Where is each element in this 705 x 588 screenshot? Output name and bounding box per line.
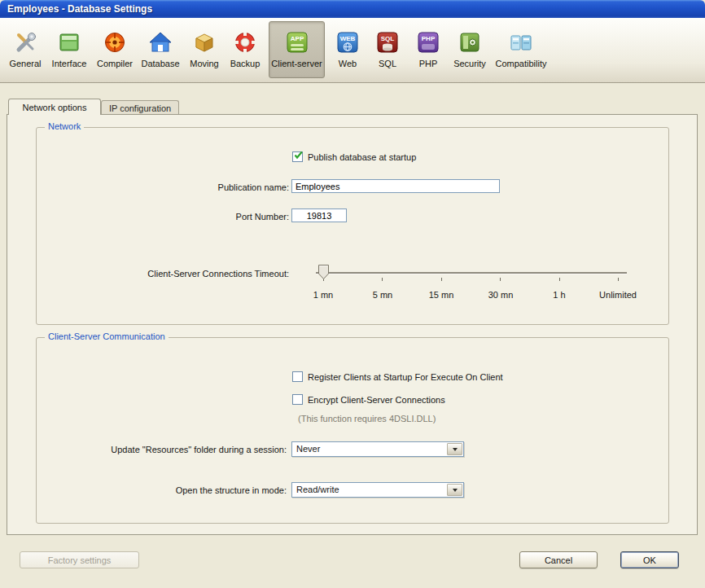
sql-badge-text: SQL xyxy=(381,35,395,42)
client-server-icon: APP xyxy=(284,29,310,55)
structure-mode-label: Open the structure in mode: xyxy=(49,485,287,495)
compiler-icon xyxy=(102,29,128,55)
dropdown-button[interactable] xyxy=(447,484,462,496)
toolbar-item-web[interactable]: WEB SQL Web xyxy=(334,21,361,78)
toolbar-item-label: SQL xyxy=(379,59,396,68)
slider-tick xyxy=(559,278,560,281)
toolbar-item-label: Compiler xyxy=(97,59,133,68)
interface-icon xyxy=(56,29,82,55)
tab-label: IP configuration xyxy=(109,103,171,113)
toolbar-item-label: Database xyxy=(141,59,179,68)
communication-group-legend: Client-Server Communication xyxy=(45,331,169,341)
cancel-label: Cancel xyxy=(545,555,572,565)
publish-database-label: Publish database at startup xyxy=(308,152,416,162)
toolbar-item-label: Client-server xyxy=(271,59,322,68)
port-number-input[interactable] xyxy=(291,208,347,222)
encrypt-connections-label: Encrypt Client-Server Connections xyxy=(308,395,445,405)
toolbar-item-label: Web xyxy=(339,59,357,68)
toolbar-item-general[interactable]: General xyxy=(7,21,44,78)
cancel-button[interactable]: Cancel xyxy=(519,551,598,568)
toolbar-item-label: Backup xyxy=(230,59,261,68)
publish-database-checkbox[interactable] xyxy=(292,151,303,162)
tab-ip-configuration[interactable]: IP configuration xyxy=(101,100,179,115)
sql-icon: SQL xyxy=(374,29,401,55)
encrypt-note: (This function requires 4DSLI.DLL) xyxy=(298,414,436,423)
security-icon xyxy=(457,29,483,55)
publication-name-label: Publication name: xyxy=(122,182,289,192)
factory-settings-button[interactable]: Factory settings xyxy=(20,551,139,568)
toolbar-item-interface[interactable]: Interface xyxy=(46,21,92,78)
toolbar-item-label: Compatibility xyxy=(496,59,547,68)
web-badge-text: WEB xyxy=(340,35,356,42)
php-icon: PHP xyxy=(415,29,441,55)
timeout-slider-thumb[interactable] xyxy=(318,265,329,281)
register-clients-checkbox[interactable] xyxy=(292,371,303,382)
timeout-label: Client-Server Connections Timeout: xyxy=(49,269,289,279)
compatibility-icon xyxy=(508,29,534,55)
slider-tick-label: 15 mn xyxy=(429,290,454,300)
timeout-slider-track[interactable] xyxy=(316,272,627,274)
slider-tick-label: Unlimited xyxy=(599,290,637,300)
encrypt-connections-checkbox[interactable] xyxy=(292,394,303,405)
toolbar-item-backup[interactable]: Backup xyxy=(226,21,264,78)
toolbar-item-label: General xyxy=(9,59,41,68)
tab-network-options[interactable]: Network options xyxy=(8,99,101,115)
toolbar-item-compiler[interactable]: Compiler xyxy=(94,21,135,78)
register-clients-label: Register Clients at Startup For Execute … xyxy=(308,372,503,382)
toolbar-item-moving[interactable]: Moving xyxy=(186,21,223,78)
network-group-legend: Network xyxy=(45,121,84,131)
window-title: Employees - Database Settings xyxy=(7,3,152,15)
ok-button[interactable]: OK xyxy=(620,551,679,568)
toolbar-item-database[interactable]: Database xyxy=(138,21,182,78)
ok-label: OK xyxy=(643,555,656,565)
moving-icon xyxy=(191,29,217,55)
resources-folder-label: Update "Resources" folder during a sessi… xyxy=(49,445,287,454)
dropdown-button[interactable] xyxy=(447,443,462,455)
slider-tick xyxy=(382,278,383,281)
slider-tick xyxy=(618,278,619,281)
chevron-down-icon xyxy=(453,448,458,451)
resources-folder-dropdown[interactable]: Never xyxy=(291,441,464,457)
toolbar-item-client-server[interactable]: APP Client-server xyxy=(269,21,325,78)
slider-tick xyxy=(441,278,442,281)
toolbar-item-php[interactable]: PHP PHP xyxy=(414,21,442,78)
toolbar-item-security[interactable]: Security xyxy=(449,21,490,78)
chevron-down-icon xyxy=(453,489,458,492)
php-badge-text: PHP xyxy=(422,35,436,42)
toolbar-item-sql[interactable]: SQL SQL xyxy=(374,21,401,78)
resources-folder-value: Never xyxy=(296,444,320,454)
tab-label: Network options xyxy=(23,103,87,112)
factory-settings-label: Factory settings xyxy=(48,555,112,565)
toolbar-item-label: Interface xyxy=(52,59,87,68)
tools-icon xyxy=(12,29,38,55)
toolbar-item-label: Security xyxy=(453,59,486,68)
structure-mode-dropdown[interactable]: Read/write xyxy=(291,482,464,498)
check-icon xyxy=(293,150,304,160)
publication-name-input[interactable] xyxy=(291,179,500,193)
structure-mode-value: Read/write xyxy=(296,485,339,494)
slider-tick xyxy=(500,278,501,281)
slider-tick-label: 1 mn xyxy=(313,290,333,300)
toolbar-item-label: PHP xyxy=(419,59,438,68)
slider-tick-label: 5 mn xyxy=(373,290,392,300)
toolbar-item-label: Moving xyxy=(190,59,218,68)
app-badge-text: APP xyxy=(290,35,304,42)
title-bar[interactable]: Employees - Database Settings xyxy=(0,0,705,18)
slider-tick-label: 30 mn xyxy=(488,290,514,300)
toolbar-item-compatibility[interactable]: Compatibility xyxy=(493,21,549,78)
port-number-label: Port Number: xyxy=(122,212,289,222)
web-icon: WEB xyxy=(335,29,361,55)
backup-icon xyxy=(232,29,258,55)
database-icon xyxy=(147,29,173,55)
slider-tick-label: 1 h xyxy=(553,290,565,300)
database-settings-dialog: Employees - Database Settings General xyxy=(0,0,705,588)
settings-toolbar: General Interface xyxy=(0,18,705,83)
